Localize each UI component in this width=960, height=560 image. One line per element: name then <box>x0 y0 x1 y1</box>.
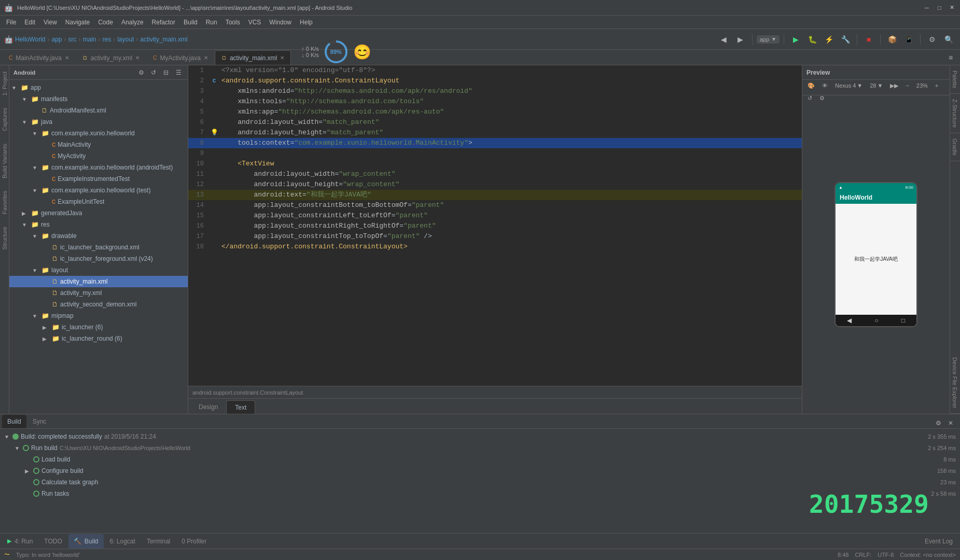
bottom-tab-sync[interactable]: Sync <box>27 415 52 428</box>
zoom-out[interactable]: − <box>902 80 912 91</box>
tree-pkg-androidtest[interactable]: ▼ 📁 com.example.xunio.helloworld (androi… <box>9 162 188 173</box>
breadcrumb-res[interactable]: res <box>103 36 112 43</box>
maximize-button[interactable]: □ <box>935 4 943 12</box>
tree-ic-launcher-bg[interactable]: 🗋 ic_launcher_background.xml <box>9 242 188 253</box>
right-tab-z-structure[interactable]: Z-Structure <box>950 94 960 133</box>
breadcrumb-app[interactable]: app <box>51 36 62 43</box>
tree-layout[interactable]: ▼ 📁 layout <box>9 264 188 276</box>
attach-debugger[interactable]: 🔧 <box>838 32 853 47</box>
build-item-calctask[interactable]: Calculate task graph 23 ms <box>0 477 960 488</box>
minimize-button[interactable]: ─ <box>923 4 931 12</box>
left-tab-favorites[interactable]: Favorites <box>1 185 9 220</box>
menu-tools[interactable]: Tools <box>221 18 244 27</box>
tree-manifests[interactable]: ▼ 📁 manifests <box>9 93 188 105</box>
bottom-bar-terminal[interactable]: Terminal <box>142 534 175 549</box>
panel-settings[interactable]: ⚙ <box>136 67 146 78</box>
device-selector[interactable]: Nexus 4 ▼ <box>832 80 866 91</box>
tab-text[interactable]: Text <box>226 400 255 414</box>
tab-design[interactable]: Design <box>190 400 226 414</box>
left-tab-project[interactable]: 1: Project <box>1 65 9 102</box>
app-selector[interactable]: app ▼ <box>757 35 780 44</box>
breadcrumb-src[interactable]: src <box>68 36 77 43</box>
menu-build[interactable]: Build <box>179 18 202 27</box>
settings-button[interactable]: ⚙ <box>925 32 939 47</box>
menu-help[interactable]: Help <box>296 18 317 27</box>
tab-close-myactivity[interactable]: ✕ <box>204 55 208 61</box>
panel-sync[interactable]: ↺ <box>148 67 159 78</box>
code-editor[interactable]: 1 <?xml version="1.0" encoding="utf-8"?>… <box>188 65 802 386</box>
tree-myactivity[interactable]: C MyActivity <box>9 150 188 162</box>
breadcrumb-file[interactable]: activity_main.xml <box>140 36 187 43</box>
tab-myactivity-java[interactable]: C MyActivity.java ✕ <box>146 50 215 65</box>
tree-pkg-test[interactable]: ▼ 📁 com.example.xunio.helloworld (test) <box>9 185 188 196</box>
api-selector[interactable]: 28 ▼ <box>867 80 886 91</box>
bottom-bar-run[interactable]: ▶ 4: Run <box>2 534 38 549</box>
tree-exampleunittest[interactable]: C ExampleUnitTest <box>9 196 188 207</box>
avd-manager[interactable]: 📱 <box>901 32 916 47</box>
eye-toggle[interactable]: 👁 <box>819 80 831 91</box>
menu-edit[interactable]: Edit <box>20 18 39 27</box>
bottom-panel-close[interactable]: ✕ <box>945 418 956 428</box>
menu-vcs[interactable]: VCS <box>244 18 266 27</box>
menu-navigate[interactable]: Navigate <box>61 18 94 27</box>
tree-java[interactable]: ▼ 📁 java <box>9 116 188 128</box>
tree-mipmap[interactable]: ▼ 📁 mipmap <box>9 310 188 321</box>
build-item-root[interactable]: ▼ Build: completed successfully at 2019/… <box>0 431 960 442</box>
menu-file[interactable]: File <box>2 18 20 27</box>
debug-button[interactable]: 🐛 <box>805 32 819 47</box>
tab-activity-main-xml[interactable]: 🗋 activity_main.xml ✕ <box>215 50 291 65</box>
bottom-panel-settings[interactable]: ⚙ <box>933 418 943 428</box>
profile-button[interactable]: ⚡ <box>822 32 836 47</box>
breadcrumb-main[interactable]: main <box>83 36 96 43</box>
build-item-loadbuild[interactable]: Load build 8 ms <box>0 454 960 465</box>
build-item-runbuild[interactable]: ▼ Run build C:\Users\XU NIO\AndroidStudi… <box>0 442 960 454</box>
bottom-bar-logcat[interactable]: 6: Logcat <box>105 534 141 549</box>
bottom-bar-event-log[interactable]: Event Log <box>920 534 958 549</box>
breadcrumb-layout[interactable]: layout <box>117 36 134 43</box>
palette-toggle[interactable]: 🎨 <box>804 80 818 91</box>
back-button[interactable]: ◀ <box>717 32 731 47</box>
right-tab-device-file[interactable]: Device File Explorer <box>950 352 960 414</box>
tree-activity-my-xml[interactable]: 🗋 activity_my.xml <box>9 287 188 299</box>
tree-ic-launcher-fg[interactable]: 🗋 ic_launcher_foreground.xml (v24) <box>9 253 188 264</box>
menu-window[interactable]: Window <box>265 18 296 27</box>
tree-mainactivity[interactable]: C MainActivity <box>9 139 188 150</box>
stop-button[interactable]: ■ <box>861 32 876 47</box>
tree-generatedjava[interactable]: ▶ 📁 generatedJava <box>9 207 188 219</box>
run-button[interactable]: ▶ <box>788 32 803 47</box>
tab-mainactivity-java[interactable]: C MainActivity.java ✕ <box>2 50 76 65</box>
zoom-controls[interactable]: ▶▶ <box>887 80 901 91</box>
tree-activity-second-demon[interactable]: 🗋 activity_second_demon.xml <box>9 299 188 310</box>
right-tab-gradle[interactable]: Gradle <box>950 133 960 161</box>
tree-drawable[interactable]: ▼ 📁 drawable <box>9 230 188 242</box>
breadcrumb-helloworld[interactable]: HelloWorld <box>15 36 45 43</box>
tree-ic-launcher[interactable]: ▶ 📁 ic_launcher (6) <box>9 321 188 333</box>
right-tab-palette[interactable]: Palette <box>950 65 960 94</box>
menu-view[interactable]: View <box>39 18 61 27</box>
bottom-bar-todo[interactable]: TODO <box>39 534 67 549</box>
zoom-in[interactable]: + <box>932 80 941 91</box>
bottom-bar-build[interactable]: 🔨 Build <box>68 534 104 549</box>
tree-exampleinstrumentedtest[interactable]: C ExampleInstrumentedTest <box>9 173 188 185</box>
left-tab-captures[interactable]: Captures <box>1 102 9 137</box>
tree-pkg-main[interactable]: ▼ 📁 com.example.xunio.helloworld <box>9 128 188 139</box>
bottom-tab-build[interactable]: Build <box>2 415 26 428</box>
left-tab-structure[interactable]: Structure <box>1 220 9 256</box>
left-tab-build-variants[interactable]: Build Variants <box>1 137 9 185</box>
tree-res[interactable]: ▼ 📁 res <box>9 219 188 230</box>
menu-code[interactable]: Code <box>94 18 117 27</box>
tab-close-activity-my[interactable]: ✕ <box>135 55 140 61</box>
tab-activity-my-xml[interactable]: 🗋 activity_my.xml ✕ <box>76 50 146 65</box>
build-item-configure[interactable]: ▶ Configure build 158 ms <box>0 465 960 477</box>
tree-ic-launcher-round[interactable]: ▶ 📁 ic_launcher_round (6) <box>9 333 188 344</box>
menu-run[interactable]: Run <box>202 18 221 27</box>
tree-app[interactable]: ▼ 📁 app <box>9 82 188 93</box>
close-button[interactable]: ✕ <box>948 4 956 12</box>
sdk-manager[interactable]: 📦 <box>885 32 899 47</box>
tree-activity-main-xml[interactable]: 🗋 activity_main.xml <box>9 276 188 287</box>
panel-gear[interactable]: ☰ <box>173 67 184 78</box>
menu-analyze[interactable]: Analyze <box>117 18 148 27</box>
menu-refactor[interactable]: Refactor <box>148 18 179 27</box>
tab-close-mainactivity[interactable]: ✕ <box>65 55 69 61</box>
bottom-bar-profiler[interactable]: 0 Profiler <box>176 534 212 549</box>
